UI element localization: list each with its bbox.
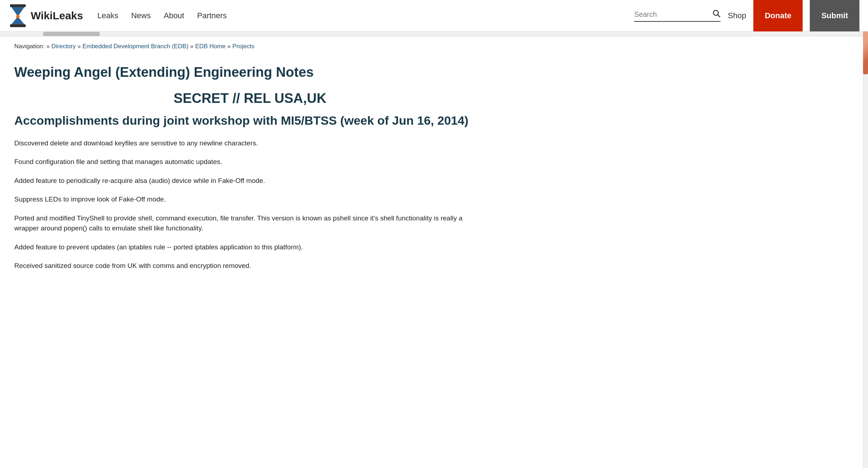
svg-rect-0 — [10, 4, 26, 7]
search-area — [634, 10, 720, 22]
breadcrumb-prefix: Navigation: » — [14, 43, 50, 50]
svg-line-4 — [718, 15, 720, 17]
wikileaks-logo-icon — [9, 4, 27, 28]
svg-rect-1 — [10, 24, 26, 27]
main-navigation: Leaks News About Partners — [97, 11, 226, 20]
vertical-scrollbar-track — [863, 31, 868, 294]
search-button[interactable] — [713, 10, 720, 20]
site-header: WikiLeaks Leaks News About Partners Shop… — [0, 0, 868, 31]
accomplishment-7: Received sanitized source code from UK w… — [14, 261, 486, 271]
accomplishment-4: Suppress LEDs to improve look of Fake-Of… — [14, 194, 486, 205]
accomplishment-1: Discovered delete and download keyfiles … — [14, 138, 486, 149]
breadcrumb-directory[interactable]: Directory — [51, 43, 76, 50]
donate-button[interactable]: Donate — [753, 0, 803, 31]
accomplishment-2: Found configuration file and setting tha… — [14, 157, 486, 167]
submit-button[interactable]: Submit — [810, 0, 859, 31]
page-title: Weeping Angel (Extending) Engineering No… — [14, 64, 486, 81]
header-right-area: Shop Donate Submit — [634, 0, 859, 31]
search-icon — [713, 10, 720, 18]
horizontal-scrollbar-track — [0, 31, 868, 36]
breadcrumb-projects[interactable]: Projects — [232, 43, 254, 50]
svg-point-3 — [713, 10, 718, 15]
horizontal-scrollbar-thumb[interactable] — [43, 32, 100, 36]
nav-partners[interactable]: Partners — [197, 11, 227, 20]
nav-leaks[interactable]: Leaks — [97, 11, 118, 20]
svg-point-2 — [16, 15, 20, 18]
workshop-title: Accomplishments during joint workshop wi… — [14, 113, 486, 128]
accomplishment-3: Added feature to periodically re-acquire… — [14, 176, 486, 186]
classification-label: SECRET // REL USA,UK — [14, 91, 486, 106]
breadcrumb: Navigation: » Directory » Embedded Devel… — [0, 36, 868, 54]
shop-link[interactable]: Shop — [728, 11, 746, 20]
nav-about[interactable]: About — [164, 11, 184, 20]
site-title: WikiLeaks — [31, 10, 83, 22]
accomplishment-6: Added feature to prevent updates (an ipt… — [14, 242, 486, 253]
vertical-scrollbar-thumb[interactable] — [863, 31, 868, 74]
search-input[interactable] — [634, 10, 713, 19]
breadcrumb-edb-home[interactable]: EDB Home — [195, 43, 226, 50]
main-content: Weeping Angel (Extending) Engineering No… — [0, 54, 500, 294]
logo-link[interactable]: WikiLeaks — [9, 4, 83, 28]
nav-news[interactable]: News — [131, 11, 151, 20]
accomplishment-5: Ported and modified TinyShell to provide… — [14, 213, 486, 234]
breadcrumb-edb[interactable]: Embedded Development Branch (EDB) — [83, 43, 189, 50]
